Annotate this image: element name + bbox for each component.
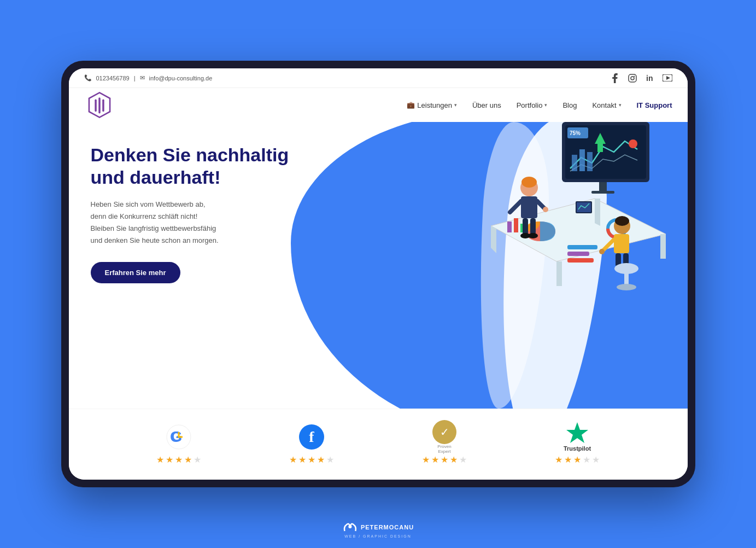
separator: | xyxy=(134,75,136,81)
svg-text:75%: 75% xyxy=(570,130,581,136)
svg-rect-35 xyxy=(567,258,594,263)
footer-brand: PETERMOCANU WEB / GRAPHIC DESIGN xyxy=(342,521,414,538)
svg-marker-6 xyxy=(666,76,670,80)
rating-proven: ✓ Proven Expert ★ ★ ★ ★ ★ xyxy=(422,424,467,465)
star-1: ★ xyxy=(422,454,430,465)
star-5: ★ xyxy=(459,454,467,465)
svg-line-39 xyxy=(510,201,521,212)
svg-rect-42 xyxy=(523,218,528,235)
ratings-section: G G ★ ★ ★ ★ xyxy=(69,409,688,480)
svg-rect-43 xyxy=(530,218,536,235)
svg-rect-21 xyxy=(591,191,614,194)
star-5: ★ xyxy=(326,454,334,465)
rating-google: G G ★ ★ ★ ★ xyxy=(156,424,201,465)
instagram-social-icon[interactable] xyxy=(628,73,637,83)
svg-marker-23 xyxy=(491,226,496,253)
star-3: ★ xyxy=(573,454,581,465)
trustpilot-stars: ★ ★ ★ ★ ★ xyxy=(555,454,600,465)
brand-logo: PETERMOCANU xyxy=(342,521,414,533)
svg-rect-29 xyxy=(514,218,518,232)
nav-it-support[interactable]: IT Support xyxy=(637,101,672,109)
svg-point-16 xyxy=(629,139,637,148)
svg-point-37 xyxy=(521,177,537,188)
svg-rect-38 xyxy=(521,196,537,218)
star-3: ★ xyxy=(441,454,448,465)
star-4: ★ xyxy=(583,454,590,465)
nav-leistungen[interactable]: 💼 Leistungen ▾ xyxy=(407,101,457,109)
chevron-down-icon: ▾ xyxy=(454,102,457,108)
proven-logo: ✓ Proven Expert xyxy=(431,424,458,450)
facebook-logo: f xyxy=(298,424,325,450)
facebook-social-icon[interactable] xyxy=(610,73,620,83)
linkedin-social-icon[interactable]: in xyxy=(645,73,655,83)
trustpilot-logo-wrap: Trustpilot xyxy=(564,422,591,452)
svg-rect-14 xyxy=(579,149,585,171)
star-1: ★ xyxy=(289,454,297,465)
svg-rect-15 xyxy=(587,152,593,171)
star-2: ★ xyxy=(298,454,306,465)
svg-rect-20 xyxy=(599,182,607,192)
topbar-contact: 📞 0123456789 | ✉ info@dpu-consulting.de xyxy=(84,74,213,81)
svg-point-45 xyxy=(528,233,538,238)
star-3: ★ xyxy=(308,454,315,465)
email-address: info@dpu-consulting.de xyxy=(149,75,213,81)
svg-rect-33 xyxy=(567,245,597,249)
svg-point-47 xyxy=(615,216,629,226)
nav-kontakt[interactable]: Kontakt ▾ xyxy=(592,101,621,109)
facebook-circle: f xyxy=(299,424,324,450)
nav-blog[interactable]: Blog xyxy=(562,101,577,109)
navbar: 💼 Leistungen ▾ Über uns Portfolio ▾ Blog xyxy=(69,88,688,122)
hero-content: Denken Sie nachhaltig und dauerhaft! Heb… xyxy=(69,122,366,300)
star-2: ★ xyxy=(166,454,173,465)
star-1: ★ xyxy=(555,454,562,465)
email-icon: ✉ xyxy=(140,74,145,81)
hero-section: Denken Sie nachhaltig und dauerhaft! Heb… xyxy=(69,122,688,409)
svg-rect-48 xyxy=(614,234,629,253)
svg-point-62 xyxy=(348,525,351,528)
briefcase-icon: 💼 xyxy=(407,101,415,109)
hero-cta-button[interactable]: Erfahren Sie mehr xyxy=(91,262,180,283)
svg-rect-0 xyxy=(629,74,636,82)
svg-marker-26 xyxy=(556,261,562,286)
svg-rect-13 xyxy=(572,155,577,171)
star-3: ★ xyxy=(175,454,183,465)
logo[interactable] xyxy=(84,90,115,120)
rating-trustpilot: Trustpilot ★ ★ ★ ★ ★ xyxy=(555,424,600,465)
svg-point-55 xyxy=(617,284,636,290)
youtube-social-icon[interactable] xyxy=(663,73,672,83)
svg-point-50 xyxy=(599,249,605,254)
nav-links: 💼 Leistungen ▾ Über uns Portfolio ▾ Blog xyxy=(407,101,672,109)
topbar-social: in xyxy=(610,73,672,83)
nav-ueber-uns[interactable]: Über uns xyxy=(472,101,501,109)
svg-point-2 xyxy=(634,75,635,77)
star-5: ★ xyxy=(592,454,600,465)
hero-illustration: 75% xyxy=(436,122,666,308)
trustpilot-logo: Trustpilot xyxy=(564,424,590,450)
star-4: ★ xyxy=(184,454,192,465)
star-2: ★ xyxy=(564,454,572,465)
star-4: ★ xyxy=(317,454,325,465)
nav-portfolio[interactable]: Portfolio ▾ xyxy=(517,101,548,109)
phone-icon: 📞 xyxy=(84,74,92,81)
svg-marker-24 xyxy=(595,199,600,226)
google-stars: ★ ★ ★ ★ ★ xyxy=(156,454,201,465)
device-frame: 📞 0123456789 | ✉ info@dpu-consulting.de … xyxy=(61,61,695,487)
hero-title: Denken Sie nachhaltig und dauerhaft! xyxy=(91,144,344,189)
svg-rect-34 xyxy=(567,252,589,256)
svg-marker-25 xyxy=(660,234,666,259)
chevron-down-icon-3: ▾ xyxy=(619,102,622,108)
phone-number: 0123456789 xyxy=(96,75,130,81)
topbar: 📞 0123456789 | ✉ info@dpu-consulting.de … xyxy=(69,68,688,88)
google-logo: G G xyxy=(166,424,192,450)
rating-facebook: f ★ ★ ★ ★ ★ xyxy=(289,424,334,465)
hero-subtitle: Heben Sie sich vom Wettbewerb ab, denn d… xyxy=(91,199,344,247)
svg-rect-28 xyxy=(507,221,512,232)
svg-text:in: in xyxy=(646,74,653,83)
star-2: ★ xyxy=(431,454,439,465)
proven-stars: ★ ★ ★ ★ ★ xyxy=(422,454,467,465)
svg-point-1 xyxy=(631,77,634,80)
chevron-down-icon-2: ▾ xyxy=(544,102,547,108)
star-1: ★ xyxy=(156,454,164,465)
star-4: ★ xyxy=(450,454,458,465)
screen: 📞 0123456789 | ✉ info@dpu-consulting.de … xyxy=(69,68,688,480)
